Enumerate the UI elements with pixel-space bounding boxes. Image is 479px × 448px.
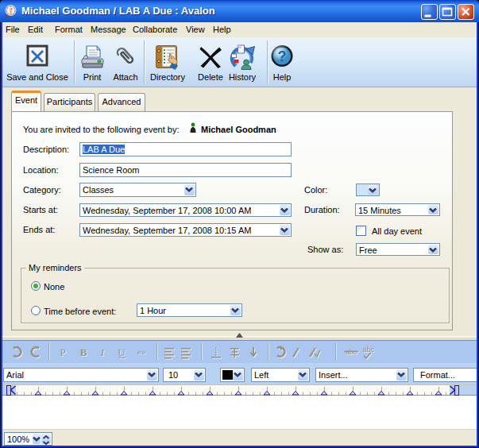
svg-text:I: I bbox=[100, 346, 105, 358]
svg-text:B: B bbox=[80, 346, 87, 358]
svg-text:U: U bbox=[118, 346, 126, 358]
svg-text:P: P bbox=[60, 346, 65, 358]
svg-text:«»: «» bbox=[137, 346, 146, 356]
svg-text:abc: abc bbox=[363, 346, 375, 353]
svg-text:?: ? bbox=[278, 48, 287, 64]
